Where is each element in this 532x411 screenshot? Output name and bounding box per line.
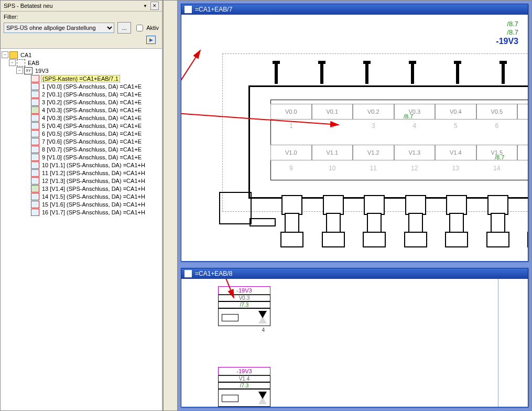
tree-item-label[interactable]: 3 [V0.2] (SPS-Anschluss, DA) =CA1+E [41, 99, 143, 105]
tree-item[interactable]: 14 [V1.5] (SPS-Anschluss, DA) =CA1+H [2, 192, 161, 200]
aktiv-checkbox[interactable]: Aktiv [134, 23, 159, 33]
tree-item-label[interactable]: 6 [V0.5] (SPS-Anschluss, DA) =CA1+E [41, 131, 143, 137]
symbol-block-1[interactable]: -19V3 V0.3 /7.3 4 [218, 286, 270, 326]
tree-item[interactable]: 12 [V1.3] (SPS-Anschluss, DA) =CA1+H [2, 177, 161, 185]
aktiv-checkbox-input[interactable] [136, 25, 143, 31]
window-plan-7[interactable]: =CA1+EAB/7 /8.7 /8.7 -19V3 V0.0V0.1V0.2V… [181, 4, 528, 262]
port-cell[interactable]: V1.4 [435, 145, 476, 160]
tree-item-label[interactable]: 10 [V1.1] (SPS-Anschluss, DA) =CA1+H [41, 162, 146, 168]
tree-view[interactable]: − CA1 − EAB − XY 19V3 (SPS-Kasten) =CA1+… [1, 49, 162, 410]
tree-item-label[interactable]: 4 [V0.3] (SPS-Anschluss, DA) =CA1+E [41, 107, 143, 113]
window-plan-8[interactable]: =CA1+EAB/8 -19V3 V0.3 /7.3 4 -19V3 [181, 268, 528, 407]
tree-item[interactable]: 8 [V0.7] (SPS-Anschluss, DA) =CA1+E [2, 145, 161, 153]
filter-select[interactable]: SPS-ÜS ohne allpolige Darstellung [4, 23, 114, 33]
tree-item[interactable]: 7 [V0.6] (SPS-Anschluss, DA) =CA1+E [2, 137, 161, 145]
tree-item[interactable]: 2 [V0.1] (SPS-Anschluss, DA) =CA1+E [2, 90, 161, 98]
play-button[interactable]: ▶ [146, 36, 156, 44]
symbol-body: 13 [218, 389, 270, 407]
tree-item[interactable]: 9 [V1.0] (SPS-Anschluss, DA) =CA1+E [2, 153, 161, 161]
port-icon [31, 201, 39, 208]
tree-item-label[interactable]: 14 [V1.5] (SPS-Anschluss, DA) =CA1+H [41, 193, 146, 200]
xy-label[interactable]: 19V3 [34, 68, 50, 74]
tree-item-label[interactable]: 9 [V1.0] (SPS-Anschluss, DA) =CA1+E [41, 154, 143, 160]
tree-item-label[interactable]: 12 [V1.3] (SPS-Anschluss, DA) =CA1+H [41, 178, 146, 184]
port-cell[interactable]: V0.4 [435, 104, 476, 120]
tree-item-label[interactable]: 11 [V1.2] (SPS-Anschluss, DA) =CA1+H [41, 170, 146, 176]
kasten-icon [31, 75, 39, 82]
port-icon [31, 154, 39, 161]
port-cell[interactable]: V0.6 [517, 104, 528, 120]
mdi-area: =CA1+EAB/7 /8.7 /8.7 -19V3 V0.0V0.1V0.2V… [178, 1, 531, 410]
tree-item[interactable]: 5 [V0.4] (SPS-Anschluss, DA) =CA1+E [2, 122, 161, 129]
kasten-label[interactable]: (SPS-Kasten) =CA1+EAB/7.1 [41, 75, 120, 82]
tree-item[interactable]: 4 [V0.3] (SPS-Anschluss, DA) =CA1+E [2, 114, 161, 122]
tree-item-label[interactable]: 2 [V0.1] (SPS-Anschluss, DA) =CA1+E [41, 91, 143, 98]
coil-icon [222, 395, 238, 402]
panel-titlebar: SPS - Betatest neu ▼ ✕ [1, 1, 162, 12]
close-panel-button[interactable]: ✕ [150, 2, 159, 10]
port-cell[interactable]: V1.3 [394, 145, 436, 160]
tree-item-label[interactable]: 4 [V0.3] (SPS-Anschluss, DA) =CA1+E [41, 115, 143, 121]
port-icon [31, 83, 39, 90]
tree-root[interactable]: − CA1 [2, 51, 161, 59]
dropdown-icon[interactable]: ▼ [143, 4, 147, 8]
collapse-icon[interactable]: − [16, 67, 23, 74]
tree-xy[interactable]: − XY 19V3 [2, 67, 161, 74]
port-cell[interactable]: V1.2 [353, 145, 394, 160]
port-cell[interactable]: V0.2 [353, 104, 394, 120]
drawing-canvas-upper[interactable]: /8.7 /8.7 -19V3 V0.0V0.1V0.2V0.3V0.4V0.5… [181, 15, 528, 261]
port-cell[interactable]: V0.0 [270, 104, 312, 120]
tree-item-label[interactable]: 8 [V0.7] (SPS-Anschluss, DA) =CA1+E [41, 146, 143, 153]
window-titlebar[interactable]: =CA1+EAB/7 [181, 4, 528, 15]
svg-line-0 [181, 50, 200, 112]
root-label[interactable]: CA1 [19, 52, 32, 58]
filter-label: Filter: [4, 14, 159, 20]
window-titlebar[interactable]: =CA1+EAB/8 [181, 268, 528, 279]
symbol-addr: V0.3 [218, 295, 270, 301]
navigator-panel: SPS - Betatest neu ▼ ✕ Filter: SPS-ÜS oh… [1, 1, 163, 410]
port-icon [31, 138, 39, 145]
port-number: 10 [312, 165, 353, 175]
port-cell[interactable]: V1.0 [270, 145, 312, 160]
tree-item[interactable]: 13 [V1.4] (SPS-Anschluss, DA) =CA1+H [2, 185, 161, 192]
legend-line: /8.7 [496, 20, 518, 28]
tree-item[interactable]: 10 [V1.1] (SPS-Anschluss, DA) =CA1+H [2, 161, 161, 169]
tree-item[interactable]: 16 [V1.7] (SPS-Anschluss, DA) =CA1+H [2, 208, 161, 216]
tree-item-label[interactable]: 15 [V1.6] (SPS-Anschluss, DA) =CA1+H [41, 201, 146, 208]
tree-item[interactable]: 1 [V0.0] (SPS-Anschluss, DA) =CA1+E [2, 82, 161, 90]
filter-more-button[interactable]: ... [117, 22, 131, 34]
eab-label[interactable]: EAB [27, 60, 40, 66]
tree-item[interactable]: 11 [V1.2] (SPS-Anschluss, DA) =CA1+H [2, 169, 161, 177]
port-row-1: V1.0V1.1V1.2V1.3V1.4V1.5V1.6V1.7 [270, 145, 528, 160]
collapse-icon[interactable]: − [9, 59, 16, 66]
drawing-canvas-lower[interactable]: -19V3 V0.3 /7.3 4 -19V3 V1.4 /7.3 [181, 279, 528, 407]
tree-item-label[interactable]: 1 [V0.0] (SPS-Anschluss, DA) =CA1+E [41, 83, 143, 90]
port-number: 6 [476, 122, 518, 133]
top-pins [275, 64, 528, 84]
tree-item-label[interactable]: 13 [V1.4] (SPS-Anschluss, DA) =CA1+H [41, 186, 146, 192]
port-cell[interactable]: V0.3 [394, 104, 436, 120]
tree-item-label[interactable]: 5 [V0.4] (SPS-Anschluss, DA) =CA1+E [41, 123, 143, 129]
tree-item-label[interactable]: 16 [V1.7] (SPS-Anschluss, DA) =CA1+H [41, 209, 146, 215]
collapse-icon[interactable]: − [2, 51, 8, 58]
tree-item[interactable]: 15 [V1.6] (SPS-Anschluss, DA) =CA1+H [2, 200, 161, 208]
port-cell[interactable]: V0.5 [476, 104, 518, 120]
splitter[interactable] [163, 1, 178, 410]
tree-eab[interactable]: − EAB [2, 59, 161, 67]
tree-item[interactable]: 6 [V0.5] (SPS-Anschluss, DA) =CA1+E [2, 129, 161, 137]
tree-item[interactable]: 4 [V0.3] (SPS-Anschluss, DA) =CA1+E [2, 106, 161, 114]
port-number: 2 [312, 122, 353, 133]
port-number: 1 [270, 122, 312, 133]
symbol-block-2[interactable]: -19V3 V1.4 /7.3 13 [218, 367, 270, 407]
port-cell[interactable]: V1.1 [312, 145, 353, 160]
port-number: 3 [353, 122, 394, 133]
valve-icon [258, 397, 267, 404]
tree-item[interactable]: 3 [V0.2] (SPS-Anschluss, DA) =CA1+E [2, 98, 161, 106]
tree-item-label[interactable]: 7 [V0.6] (SPS-Anschluss, DA) =CA1+E [41, 138, 143, 145]
pin-number: 4 [262, 327, 265, 333]
port-icon [31, 114, 39, 122]
tree-kasten[interactable]: (SPS-Kasten) =CA1+EAB/7.1 [2, 74, 161, 82]
port-cell[interactable]: V0.1 [312, 104, 353, 120]
port-number: 15 [517, 165, 528, 175]
port-cell[interactable]: V1.6 [517, 145, 528, 160]
